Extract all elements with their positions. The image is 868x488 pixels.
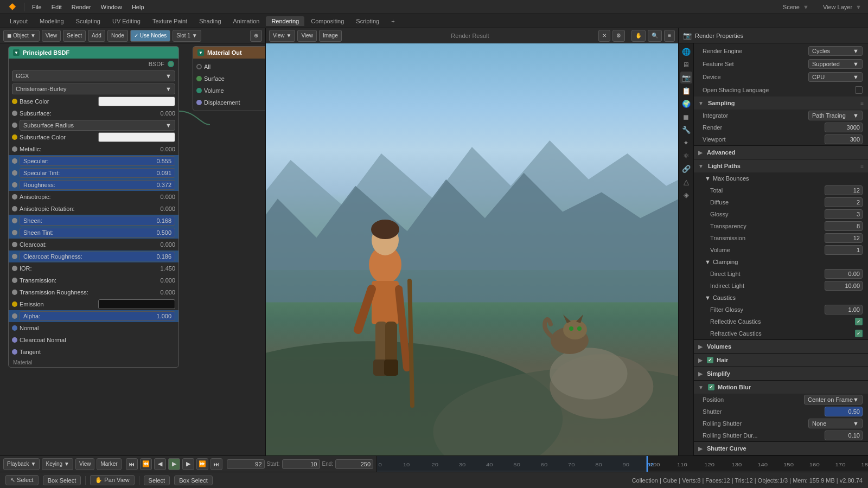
- image-btn[interactable]: Image: [319, 30, 342, 42]
- subsurface-color-swatch[interactable]: [98, 132, 176, 142]
- light-paths-section-header[interactable]: ▼ Light Paths ≡: [694, 159, 868, 172]
- input-anisotropic[interactable]: Anisotropic: 0.000: [9, 191, 178, 203]
- tab-animation[interactable]: Animation: [228, 16, 265, 26]
- mat-out-all[interactable]: All: [193, 61, 265, 73]
- input-subsurface[interactable]: Subsurface: 0.000: [9, 107, 178, 119]
- tab-texture-paint[interactable]: Texture Paint: [147, 16, 193, 26]
- input-metallic[interactable]: Metallic: 0.000: [9, 143, 178, 155]
- viewport-tool-settings[interactable]: ≡: [664, 30, 675, 42]
- sheen-field[interactable]: Sheen: 0.168: [20, 216, 175, 226]
- specular-tint-field[interactable]: Specular Tint: 0.091: [20, 168, 175, 178]
- input-normal[interactable]: Normal: [9, 322, 178, 334]
- mat-out-surface[interactable]: Surface: [193, 73, 265, 85]
- refractive-caustics-checkbox[interactable]: ✓: [855, 330, 863, 337]
- end-frame-field[interactable]: 250: [335, 459, 373, 469]
- device-select[interactable]: CPU ▼: [808, 72, 863, 82]
- base-color-swatch[interactable]: [98, 97, 176, 106]
- prev-key-btn[interactable]: ◀: [154, 458, 166, 470]
- next-key-btn[interactable]: ▶: [182, 458, 194, 470]
- tab-compositing[interactable]: Compositing: [305, 16, 349, 26]
- input-roughness[interactable]: Roughness: 0.372: [9, 179, 178, 191]
- sampling-section-header[interactable]: ▼ Sampling ≡: [694, 97, 868, 110]
- caustics-header[interactable]: ▼ Caustics: [694, 292, 868, 304]
- tab-rendering[interactable]: Rendering: [266, 16, 304, 26]
- hair-checkbox[interactable]: ✓: [707, 357, 713, 363]
- marker-menu[interactable]: Marker: [97, 458, 121, 470]
- roughness-field[interactable]: Roughness: 0.372: [20, 180, 175, 190]
- select-btn[interactable]: Select: [63, 30, 86, 42]
- filter-glossy-field[interactable]: 1.00: [825, 305, 863, 314]
- node-menu-btn[interactable]: Node: [107, 30, 128, 42]
- subsurface-radius-dropdown[interactable]: Subsurface Radius ▼: [20, 120, 175, 131]
- file-menu[interactable]: File: [28, 3, 46, 11]
- transmission-field[interactable]: 12: [825, 233, 863, 243]
- edit-menu[interactable]: Edit: [47, 3, 66, 11]
- alpha-field[interactable]: Alpha: 1.000: [20, 311, 175, 321]
- bsdf-output-socket[interactable]: [168, 61, 174, 67]
- props-icon-object[interactable]: ◼: [680, 111, 692, 123]
- node-material-output[interactable]: ▼ Material Out All Surface Volume: [193, 46, 265, 111]
- shutter-curve-section-header[interactable]: ▶ Shutter Curve: [694, 442, 868, 455]
- rolling-shutter-dur-field[interactable]: 0.10: [825, 431, 863, 440]
- reflective-caustics-checkbox[interactable]: ✓: [855, 318, 863, 325]
- viewport-tool-zoom[interactable]: 🔍: [648, 30, 662, 42]
- motion-blur-section-header[interactable]: ▼ ✓ Motion Blur: [694, 381, 868, 394]
- box-select-btn[interactable]: Box Select: [43, 476, 81, 485]
- props-icon-physics[interactable]: ⚛: [680, 150, 692, 162]
- props-icon-material[interactable]: ◈: [680, 189, 692, 201]
- view-btn[interactable]: View: [42, 30, 61, 42]
- transparency-field[interactable]: 8: [825, 221, 863, 231]
- props-icon-modifier[interactable]: 🔧: [680, 124, 692, 136]
- jump-start-btn[interactable]: ⏮: [126, 458, 138, 470]
- max-bounces-header[interactable]: ▼ Max Bounces: [694, 172, 868, 184]
- tab-layout[interactable]: Layout: [4, 16, 33, 26]
- feature-set-select[interactable]: Supported ▼: [808, 59, 863, 69]
- tab-uv-editing[interactable]: UV Editing: [107, 16, 146, 26]
- view-menu-btn[interactable]: View ▼: [269, 30, 295, 42]
- render-menu[interactable]: Render: [67, 3, 95, 11]
- input-clearcoat-normal[interactable]: Clearcoat Normal: [9, 334, 178, 346]
- ggx-dropdown[interactable]: GGX ▼: [12, 70, 175, 81]
- clearcoat-roughness-field[interactable]: Clearcoat Roughness: 0.186: [20, 252, 175, 261]
- tab-shading[interactable]: Shading: [194, 16, 226, 26]
- clamping-header[interactable]: ▼ Clamping: [694, 256, 868, 268]
- direct-light-field[interactable]: 0.00: [825, 269, 863, 279]
- props-icon-particles[interactable]: ✦: [680, 137, 692, 149]
- select-mode-btn-2[interactable]: Select: [144, 476, 170, 485]
- props-icon-world[interactable]: 🌍: [680, 98, 692, 110]
- volume-field[interactable]: 1: [825, 245, 863, 255]
- mat-out-volume[interactable]: Volume: [193, 85, 265, 97]
- props-icon-scene[interactable]: 🌐: [680, 46, 692, 57]
- jump-end-btn[interactable]: ⏭: [210, 458, 222, 470]
- input-subsurface-radius[interactable]: Subsurface Radius ▼: [9, 119, 178, 131]
- christensen-dropdown[interactable]: Christensen-Burley ▼: [12, 84, 175, 94]
- input-specular-tint[interactable]: Specular Tint: 0.091: [9, 167, 178, 179]
- osl-checkbox[interactable]: [855, 86, 863, 94]
- integrator-select[interactable]: Path Tracing ▼: [808, 111, 863, 120]
- input-clearcoat-roughness[interactable]: Clearcoat Roughness: 0.186: [9, 251, 178, 262]
- view-timeline-menu[interactable]: View: [75, 458, 95, 470]
- motion-blur-checkbox[interactable]: ✓: [708, 384, 714, 390]
- sheen-tint-field[interactable]: Sheen Tint: 0.500: [20, 228, 175, 237]
- input-clearcoat[interactable]: Clearcoat: 0.000: [9, 239, 178, 251]
- prev-frame-btn[interactable]: ⏪: [140, 458, 152, 470]
- render-close-btn[interactable]: ✕: [598, 30, 610, 42]
- simplify-section-header[interactable]: ▶ Simplify: [694, 367, 868, 380]
- hair-section-header[interactable]: ▶ ✓ Hair: [694, 354, 868, 367]
- mat-out-displacement[interactable]: Displacement: [193, 97, 265, 108]
- viewport-tool-hand[interactable]: ✋: [631, 30, 646, 42]
- input-sheen[interactable]: Sheen: 0.168: [9, 215, 178, 227]
- input-specular[interactable]: Specular: 0.555: [9, 155, 178, 167]
- tab-add[interactable]: +: [386, 16, 400, 26]
- total-field[interactable]: 12: [825, 185, 863, 195]
- render-options-btn[interactable]: ⚙: [612, 30, 625, 42]
- slot-icon-btn[interactable]: ⊕: [250, 30, 262, 42]
- viewport-samples-field[interactable]: 300: [825, 134, 863, 144]
- pan-view-btn[interactable]: ✋ Pan View: [90, 475, 134, 485]
- emission-color-swatch[interactable]: [98, 299, 176, 309]
- props-icon-render[interactable]: 📷: [680, 72, 692, 84]
- keying-menu[interactable]: Keying ▼: [42, 458, 73, 470]
- input-transmission-roughness[interactable]: Transmission Roughness: 0.000: [9, 286, 178, 298]
- glossy-field[interactable]: 3: [825, 209, 863, 219]
- diffuse-field[interactable]: 2: [825, 197, 863, 207]
